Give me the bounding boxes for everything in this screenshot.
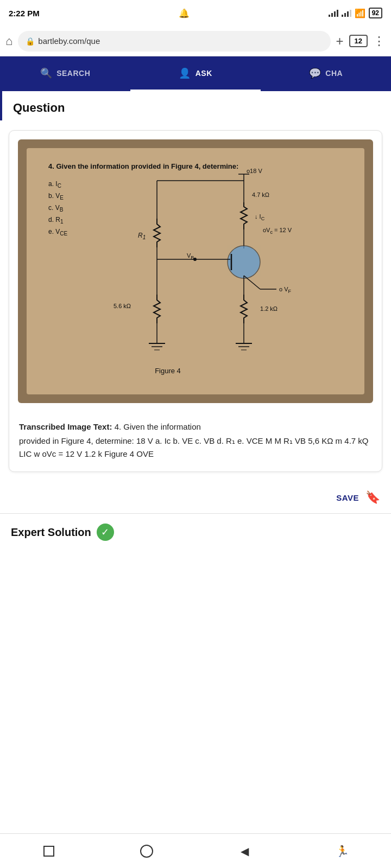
url-bar[interactable]: 🔒 bartleby.com/que: [18, 31, 330, 52]
more-options-button[interactable]: ⋮: [373, 34, 386, 48]
question-header: Question: [0, 91, 391, 120]
svg-text:4. Given the information provi: 4. Given the information provided in Fig…: [48, 162, 238, 170]
bookmark-icon[interactable]: 🔖: [365, 490, 380, 505]
square-icon: [43, 846, 54, 857]
home-button[interactable]: ⌂: [5, 34, 12, 48]
home-nav-button[interactable]: [130, 839, 163, 863]
chat-icon: 💬: [309, 67, 321, 79]
circuit-image-container: 4. Given the information provided in Fig…: [18, 139, 373, 403]
notification-icon: 🔔: [179, 8, 190, 18]
battery-indicator: 92: [369, 8, 382, 18]
svg-text:5.6 kΩ: 5.6 kΩ: [113, 303, 131, 309]
url-text: bartleby.com/que: [38, 36, 100, 46]
svg-text:Figure 4: Figure 4: [155, 367, 181, 375]
svg-text:4.7 kΩ: 4.7 kΩ: [252, 192, 269, 198]
svg-text:o18 V: o18 V: [247, 168, 262, 174]
save-area: SAVE 🔖: [0, 482, 391, 513]
nav-search[interactable]: 🔍 SEARCH: [0, 56, 130, 91]
status-icons: 📶 92: [329, 8, 382, 18]
search-icon: 🔍: [40, 67, 53, 79]
expert-section: Expert Solution ✓: [0, 513, 391, 551]
question-card: 4. Given the information provided in Fig…: [9, 130, 382, 472]
back-arrow-icon: ◀: [241, 845, 249, 858]
nav-chat-label: CHA: [325, 69, 343, 78]
signal-bars-1: [329, 10, 338, 17]
nav-chat[interactable]: 💬 CHA: [261, 56, 391, 91]
svg-point-15: [228, 246, 260, 278]
circuit-diagram: 4. Given the information provided in Fig…: [27, 148, 364, 394]
page-content: Question 4. Given the information provid…: [0, 91, 391, 851]
lock-icon: 🔒: [26, 37, 35, 46]
status-bar: 2:22 PM 🔔 📶 92: [0, 0, 391, 26]
status-time: 2:22 PM: [9, 9, 40, 18]
svg-text:1.2 kΩ: 1.2 kΩ: [260, 305, 278, 312]
transcribed-label: Transcribed Image Text: 4. Given the inf…: [19, 420, 372, 433]
wifi-icon: 📶: [355, 8, 365, 18]
expert-solution-title: Expert Solution: [11, 526, 91, 539]
circle-icon: [140, 845, 153, 858]
save-button[interactable]: SAVE: [336, 493, 359, 502]
nav-search-label: SEARCH: [56, 69, 90, 78]
stop-button[interactable]: [33, 839, 65, 863]
transcribed-section: Transcribed Image Text: 4. Given the inf…: [9, 412, 382, 471]
circuit-svg: 4. Given the information provided in Fig…: [32, 154, 347, 387]
signal-bars-2: [342, 10, 351, 17]
browser-bar: ⌂ 🔒 bartleby.com/que + 12 ⋮: [0, 26, 391, 56]
ask-icon: 👤: [179, 67, 191, 79]
transcribed-intro: 4. Given the information: [115, 422, 201, 431]
transcribed-body: provided in Figure 4, determine: 18 V a.…: [19, 435, 372, 461]
nav-bar: 🔍 SEARCH 👤 ASK 💬 CHA: [0, 56, 391, 91]
back-button[interactable]: ◀: [228, 839, 261, 863]
tab-count-button[interactable]: 12: [349, 35, 368, 47]
accessibility-button[interactable]: 🏃: [326, 839, 358, 863]
bottom-navigation: ◀ 🏃: [0, 833, 391, 868]
nav-ask[interactable]: 👤 ASK: [130, 56, 261, 91]
new-tab-button[interactable]: +: [336, 34, 344, 49]
accessibility-icon: 🏃: [336, 845, 349, 858]
question-title: Question: [13, 101, 65, 114]
verified-check-icon: ✓: [97, 524, 114, 541]
nav-ask-label: ASK: [195, 69, 212, 78]
svg-rect-0: [32, 154, 347, 387]
